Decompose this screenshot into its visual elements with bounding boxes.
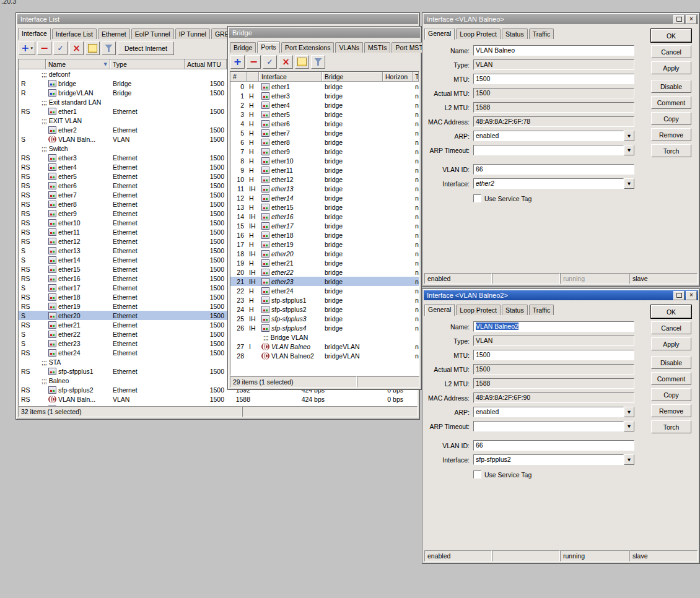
tab-loop-protect[interactable]: Loop Protect: [456, 305, 501, 315]
bridge-port-row-ether12[interactable]: 10Hether12bridgeno: [230, 175, 419, 184]
remove-button[interactable]: −: [247, 55, 261, 69]
arp-select[interactable]: enabled: [473, 131, 624, 141]
tab-mstis[interactable]: MSTIs: [364, 42, 390, 53]
remove-button[interactable]: −: [37, 41, 51, 55]
arp-timeout-input[interactable]: [473, 145, 624, 155]
interface-row-sfp-sfpplus3[interactable]: RSsfp-sfpplus3Ethernet150015920 bps0 bps: [19, 404, 417, 405]
header-port-flags[interactable]: [247, 72, 259, 82]
header-flags[interactable]: [19, 59, 46, 69]
tab-traffic[interactable]: Traffic: [529, 28, 554, 39]
tab-bridge[interactable]: Bridge: [230, 42, 256, 53]
dialog-titlebar[interactable]: Interface <VLAN Balneo> ×: [424, 14, 698, 24]
bridge-port-row-vlan-balneo2[interactable]: 28VLAN Balneo2bridgeVLANno: [230, 351, 419, 360]
bridge-port-row-ether23[interactable]: 21IHether23bridgeno: [230, 277, 419, 286]
bridge-port-row-ether20[interactable]: 18IHether20bridgeno: [230, 249, 419, 258]
tab-loop-protect[interactable]: Loop Protect: [456, 28, 501, 39]
arp-timeout-input[interactable]: [473, 421, 624, 431]
bridge-port-row-ether15[interactable]: 13Hether15bridgeno: [230, 202, 419, 212]
header-bridge[interactable]: Bridge: [322, 72, 383, 82]
bridge-port-row-ether10[interactable]: 8Hether10bridgeno: [230, 156, 419, 165]
ok-button[interactable]: OK: [651, 29, 691, 42]
tab-general[interactable]: General: [424, 304, 455, 316]
bridge-port-row-ether18[interactable]: 16Hether18bridgeno: [230, 230, 419, 240]
enable-button[interactable]: ✓: [53, 41, 68, 55]
tab-ports[interactable]: Ports: [257, 41, 280, 53]
apply-button[interactable]: Apply: [651, 61, 691, 74]
header-type[interactable]: Type: [110, 59, 185, 69]
torch-button[interactable]: Torch: [651, 144, 691, 157]
arp-timeout-dropdown-button[interactable]: ▼: [624, 145, 634, 155]
bridge-port-row-ether8[interactable]: 6Hether8bridgeno: [230, 137, 419, 147]
tab-traffic[interactable]: Traffic: [529, 305, 554, 315]
apply-button[interactable]: Apply: [651, 337, 691, 350]
header-interface[interactable]: Interface: [259, 72, 322, 82]
bridge-port-row-ether4[interactable]: 2Hether4bridgeno: [230, 100, 419, 110]
filter-button[interactable]: [311, 55, 325, 69]
header-actual-mtu[interactable]: Actual MTU: [185, 59, 227, 69]
comment-button[interactable]: [85, 41, 100, 55]
tab-vlans[interactable]: VLANs: [335, 42, 363, 53]
disable-button[interactable]: ×: [69, 41, 84, 55]
bridge-port-row-ether14[interactable]: 12Hether14bridgeno: [230, 193, 419, 202]
bridge-titlebar[interactable]: Bridge: [229, 28, 420, 38]
interface-select[interactable]: sfp-sfpplus2: [473, 454, 624, 465]
copy-button[interactable]: Copy: [651, 388, 691, 401]
use-service-tag-checkbox[interactable]: [473, 194, 481, 202]
interface-select[interactable]: ether2: [473, 178, 624, 189]
bridge-port-row-ether13[interactable]: 11IHether13bridgeno: [230, 184, 419, 193]
name-input[interactable]: VLAN Balneo: [473, 45, 634, 56]
remove-button[interactable]: Remove: [651, 404, 691, 417]
interface-dropdown-button[interactable]: ▼: [624, 454, 634, 465]
tab-ethernet[interactable]: Ethernet: [98, 28, 130, 39]
bridge-port-row-ether17[interactable]: 15IHether17bridgeno: [230, 221, 419, 230]
bridge-port-row-ether11[interactable]: 9Hether11bridgeno: [230, 165, 419, 175]
arp-dropdown-button[interactable]: ▼: [624, 131, 634, 141]
bridge-port-row-ether9[interactable]: 7Hether9bridgeno: [230, 147, 419, 156]
bridge-port-row-sfp-sfpplus2[interactable]: 24Hsfp-sfpplus2bridgeno: [230, 305, 419, 314]
close-button[interactable]: ×: [686, 291, 697, 300]
header-name[interactable]: Name▼: [46, 59, 110, 69]
arp-timeout-dropdown-button[interactable]: ▼: [624, 421, 634, 431]
bridge-port-row-ether16[interactable]: 14IHether16bridgeno: [230, 212, 419, 221]
dialog-titlebar[interactable]: Interface <VLAN Balneo2> ×: [424, 290, 698, 300]
copy-button[interactable]: Copy: [651, 112, 691, 125]
bridge-port-row-ether6[interactable]: 4Hether6bridgeno: [230, 119, 419, 128]
tab-ip-tunnel[interactable]: IP Tunnel: [175, 28, 210, 39]
arp-dropdown-button[interactable]: ▼: [624, 407, 634, 417]
comment-row[interactable]: ;;; Bridge VLAN: [230, 332, 419, 342]
comment-button[interactable]: [295, 55, 309, 69]
vlan-id-input[interactable]: 66: [473, 440, 634, 451]
enable-button[interactable]: ✓: [263, 55, 277, 69]
restore-button[interactable]: [673, 291, 685, 300]
bridge-port-row-ether19[interactable]: 17Hether19bridgeno: [230, 240, 419, 249]
detect-internet-button[interactable]: Detect Internet: [118, 41, 174, 55]
disable-button[interactable]: Disable: [651, 80, 691, 93]
bridge-port-row-ether7[interactable]: 5Hether7bridgeno: [230, 128, 419, 137]
torch-button[interactable]: Torch: [651, 420, 691, 433]
bridge-port-row-vlan-balneo[interactable]: 27IVLAN BalneobridgeVLANno: [230, 342, 419, 351]
bridge-port-row-ether5[interactable]: 3Hether5bridgeno: [230, 110, 419, 119]
bridge-port-row-sfp-sfpplus3[interactable]: 25IHsfp-sfpplus3bridgeno: [230, 314, 419, 323]
tab-port-extensions[interactable]: Port Extensions: [281, 42, 335, 53]
vlan-id-input[interactable]: 66: [473, 164, 634, 175]
tab-eoip-tunnel[interactable]: EoIP Tunnel: [131, 28, 174, 39]
restore-button[interactable]: [673, 15, 685, 24]
tab-status[interactable]: Status: [502, 305, 528, 315]
header-trusted[interactable]: T: [413, 72, 419, 82]
cancel-button[interactable]: Cancel: [651, 321, 691, 334]
bridge-port-row-ether1[interactable]: 0Hether1bridgeno: [230, 82, 419, 91]
use-service-tag-checkbox[interactable]: [473, 470, 481, 479]
interface-list-titlebar[interactable]: Interface List: [17, 14, 418, 24]
filter-button[interactable]: [102, 41, 116, 55]
bridge-port-row-ether21[interactable]: 19Hether21bridgeno: [230, 258, 419, 267]
bridge-port-row-ether22[interactable]: 20IHether22bridgeno: [230, 267, 419, 277]
tab-status[interactable]: Status: [502, 28, 528, 39]
add-button[interactable]: +▾: [19, 41, 35, 55]
bridge-port-row-ether24[interactable]: 22Hether24bridgeno: [230, 286, 419, 295]
bridge-port-row-ether3[interactable]: 1Hether3bridgeno: [230, 91, 419, 100]
header-horizon[interactable]: Horizon: [383, 72, 413, 82]
disable-button[interactable]: Disable: [651, 356, 691, 369]
interface-dropdown-button[interactable]: ▼: [624, 178, 634, 189]
mtu-input[interactable]: 1500: [473, 74, 634, 84]
bridge-port-row-sfp-sfpplus1[interactable]: 23Hsfp-sfpplus1bridgeno: [230, 295, 419, 305]
